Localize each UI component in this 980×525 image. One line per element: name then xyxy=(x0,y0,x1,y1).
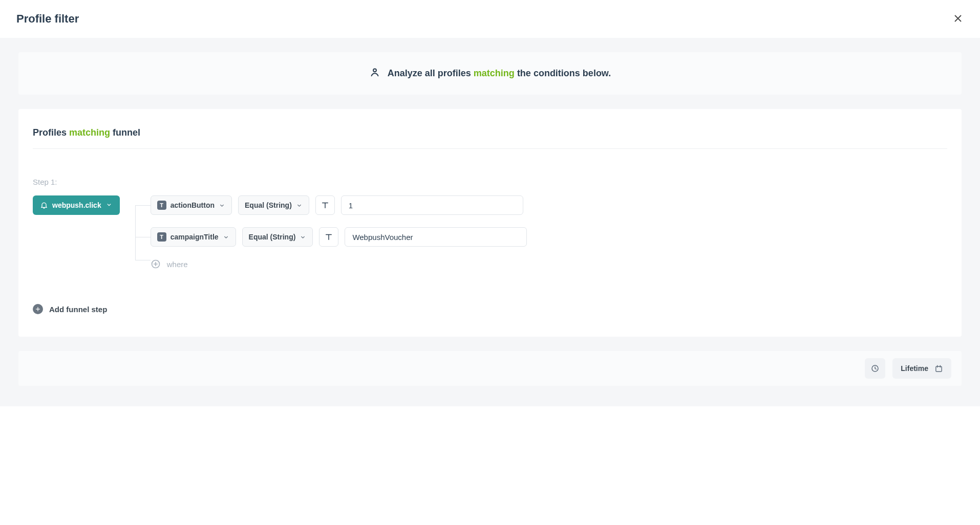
operator-name: Equal (String) xyxy=(245,201,292,209)
conditions-card: Profiles matching funnel Step 1: webpush… xyxy=(18,109,962,337)
person-icon xyxy=(369,67,380,80)
attribute-name: campaignTitle xyxy=(171,233,219,241)
connector xyxy=(120,195,151,269)
svg-point-0 xyxy=(373,69,376,72)
card-title-highlight: matching xyxy=(69,127,110,138)
attribute-selector[interactable]: T campaignTitle xyxy=(151,227,236,247)
body: Analyze all profiles matching the condit… xyxy=(0,38,980,406)
where-label: where xyxy=(167,260,188,269)
event-name: webpush.click xyxy=(52,201,101,209)
attribute-selector[interactable]: T actionButton xyxy=(151,195,232,215)
card-title-prefix: Profiles xyxy=(33,127,67,138)
attribute-name: actionButton xyxy=(171,201,215,209)
text-type-badge: T xyxy=(157,201,166,210)
banner-prefix: Analyze all profiles xyxy=(388,68,471,78)
page-title: Profile filter xyxy=(16,12,79,26)
operator-name: Equal (String) xyxy=(249,233,296,241)
date-range-button[interactable]: Lifetime xyxy=(892,358,951,379)
chevron-down-icon xyxy=(223,234,229,240)
close-icon xyxy=(952,13,964,24)
time-scope-button[interactable] xyxy=(865,358,885,379)
banner-suffix: the conditions below. xyxy=(517,68,611,78)
plus-circle-icon xyxy=(151,259,161,269)
event-selector[interactable]: webpush.click xyxy=(33,195,120,215)
text-type-badge: T xyxy=(157,232,166,242)
operator-selector[interactable]: Equal (String) xyxy=(242,227,313,247)
modal-header: Profile filter xyxy=(0,0,980,38)
value-type-indicator[interactable] xyxy=(319,227,338,247)
chevron-down-icon xyxy=(105,201,113,210)
bell-icon xyxy=(40,201,48,209)
step-label: Step 1: xyxy=(33,178,947,186)
conditions: T actionButton Equal (String) xyxy=(151,195,947,269)
close-button[interactable] xyxy=(952,13,964,26)
svg-rect-3 xyxy=(936,366,942,371)
add-step-label: Add funnel step xyxy=(49,305,107,314)
date-range-label: Lifetime xyxy=(901,364,928,373)
step-body: webpush.click T actionButton Equa xyxy=(33,195,947,269)
add-funnel-step-button[interactable]: Add funnel step xyxy=(33,304,107,314)
clock-icon xyxy=(870,364,880,373)
value-input[interactable] xyxy=(341,195,523,215)
condition-row: T campaignTitle Equal (String) xyxy=(151,227,947,247)
summary-banner: Analyze all profiles matching the condit… xyxy=(18,52,962,95)
calendar-icon xyxy=(934,364,943,373)
text-icon xyxy=(321,201,330,210)
card-title-suffix: funnel xyxy=(113,127,140,138)
value-input[interactable] xyxy=(345,227,527,247)
footer-bar: Lifetime xyxy=(18,351,962,386)
chevron-down-icon xyxy=(219,202,225,209)
chevron-down-icon xyxy=(300,234,306,240)
condition-row: T actionButton Equal (String) xyxy=(151,195,947,215)
banner-highlight: matching xyxy=(474,68,515,78)
value-type-indicator[interactable] xyxy=(315,195,335,215)
operator-selector[interactable]: Equal (String) xyxy=(238,195,309,215)
plus-icon xyxy=(33,304,43,314)
add-where-row[interactable]: where xyxy=(151,259,947,269)
text-icon xyxy=(324,232,333,242)
chevron-down-icon xyxy=(296,202,303,209)
card-title: Profiles matching funnel xyxy=(33,127,947,149)
